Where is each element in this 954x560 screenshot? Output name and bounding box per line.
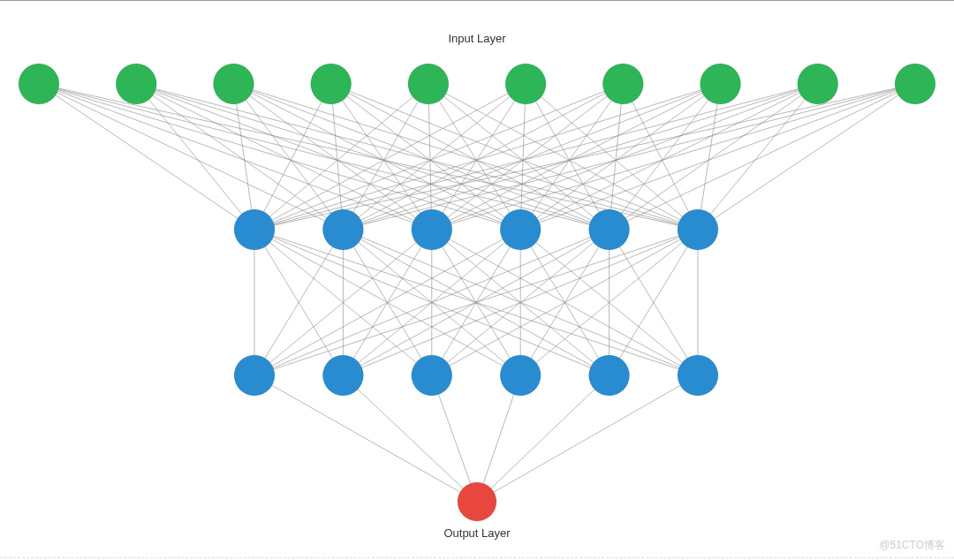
edge <box>432 84 818 230</box>
edge <box>233 84 520 230</box>
edge <box>39 84 520 230</box>
output-node <box>458 482 496 521</box>
hidden1-node <box>322 209 363 250</box>
hidden2-node <box>322 355 363 396</box>
edges-group <box>39 84 915 502</box>
edge <box>254 375 477 502</box>
edge <box>136 84 343 230</box>
neural-network-svg <box>0 0 954 560</box>
edge <box>520 84 818 230</box>
input-node <box>895 64 935 104</box>
edge <box>136 84 698 230</box>
input-node <box>798 64 838 104</box>
edge <box>610 84 915 230</box>
edge <box>432 84 624 230</box>
output-layer-label: Output Layer <box>389 526 565 540</box>
nodes-group <box>19 64 935 521</box>
edge <box>477 375 610 502</box>
edge <box>254 84 915 230</box>
hidden1-node <box>500 209 541 250</box>
input-node <box>602 64 643 104</box>
hidden1-node <box>678 209 718 250</box>
input-node <box>311 64 352 104</box>
input-node <box>505 64 546 104</box>
input-node <box>19 64 59 104</box>
edge <box>233 84 343 230</box>
edge <box>698 84 721 230</box>
hidden1-node <box>234 209 275 250</box>
edge <box>343 84 817 230</box>
edge <box>526 84 698 230</box>
edge <box>623 84 698 230</box>
edge <box>698 84 818 230</box>
edge <box>254 84 331 230</box>
edge <box>39 84 343 230</box>
edge <box>428 84 698 230</box>
edge <box>520 84 720 230</box>
edge <box>432 84 915 230</box>
edge <box>39 84 698 230</box>
edge <box>477 375 698 502</box>
edge <box>136 84 520 230</box>
input-node <box>116 64 156 104</box>
edge <box>254 84 526 230</box>
hidden2-node <box>589 355 630 396</box>
hidden1-node <box>412 209 452 250</box>
edge <box>610 84 721 230</box>
edge <box>343 84 720 230</box>
hidden2-node <box>412 355 452 396</box>
edge <box>432 84 721 230</box>
diagram-container: Input Layer Output Layer @51CTO博客 <box>0 0 954 560</box>
edge <box>136 84 432 230</box>
edge <box>610 84 818 230</box>
edge <box>428 84 520 230</box>
hidden2-node <box>234 355 275 396</box>
input-node <box>408 64 449 104</box>
edge <box>331 84 521 230</box>
edge <box>343 84 526 230</box>
edge <box>610 84 624 230</box>
edge <box>233 84 609 230</box>
input-node <box>700 64 741 104</box>
edge <box>698 84 915 230</box>
edge <box>39 84 254 230</box>
watermark-text: @51CTO博客 <box>879 538 945 553</box>
edge <box>432 84 526 230</box>
edge <box>428 84 610 230</box>
hidden1-node <box>589 209 630 250</box>
bottom-dashed-line <box>0 557 954 558</box>
hidden2-node <box>678 355 718 396</box>
edge <box>343 375 477 502</box>
input-node <box>213 64 254 104</box>
hidden2-node <box>500 355 541 396</box>
